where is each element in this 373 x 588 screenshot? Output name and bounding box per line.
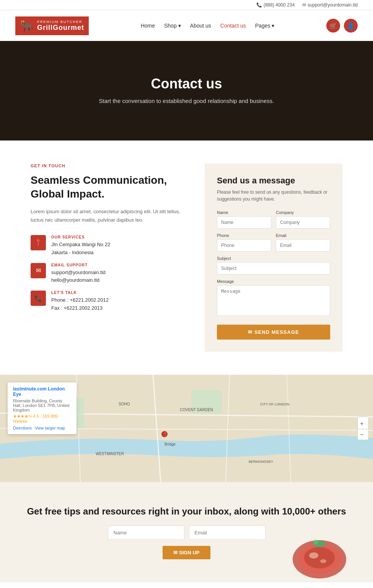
mail-icon: ✉ [31,263,46,278]
map-popup: lastminute.com London Eye Riverside Buil… [8,382,77,434]
logo-icon: 🐂 [20,20,33,32]
header: 🐂 PREMIUM BUTCHER GrillGourmet Home Shop… [0,10,373,41]
location-icon: 📍 [31,235,46,250]
email-label: Email [276,233,330,238]
svg-text:SOHO: SOHO [119,402,130,406]
nav-contact[interactable]: Contact us [220,23,246,29]
phone-input[interactable] [217,239,271,252]
message-input[interactable] [217,285,330,316]
newsletter-title: Get free tips and resources right in you… [15,505,358,518]
svg-text:+: + [360,420,363,427]
map-popup-rating: ★★★★½ 4.5 · 169,999 reviews [13,414,71,423]
phone-label: Phone [217,233,271,238]
hero-subtitle: Start the conversation to established go… [99,96,274,106]
svg-text:CITY OF LONDON: CITY OF LONDON [260,402,289,406]
contact-heading: Seamless Communication, Global Impact. [31,173,189,201]
map-section: MAYFAIR SOHO COVENT GARDEN CITY OF LONDO… [0,375,373,482]
name-input[interactable] [217,216,271,229]
company-label: Company [276,210,330,215]
svg-text:WESTMINSTER: WESTMINSTER [96,452,124,456]
svg-text:Bridge: Bridge [165,442,176,446]
contact-section: GET IN TOUCH Seamless Communication, Glo… [0,140,373,375]
svg-point-25 [309,552,318,559]
user-button[interactable]: 👤 [344,19,358,33]
nav-home[interactable]: Home [141,23,155,29]
subject-input[interactable] [217,262,330,274]
phone-icon: 📞 [256,2,262,8]
email-group: Email [276,233,330,252]
email-icon: ✉ [302,2,306,8]
nav-about[interactable]: About us [190,23,211,29]
name-label: Name [217,210,271,215]
main-nav: Home Shop ▾ About us Contact us Pages ▾ [141,23,275,29]
subject-label: Subject [217,256,330,261]
contact-card-phone-text: LET'S TALK Phone : +6221.2002.2012 Fax :… [51,291,109,312]
svg-point-26 [320,559,326,563]
form-row-phone-email: Phone Email [217,233,330,252]
top-email: ✉ support@yourdomain.tld [302,2,358,8]
top-phone: 📞 (888) 4000 234 [256,2,295,8]
newsletter-section: Get free tips and resources right in you… [0,482,373,582]
hero-title: Contact us [151,76,222,92]
form-desc: Please feel free to send us any question… [217,189,330,203]
phone-group: Phone [217,233,271,252]
contact-card-address: 📍 OUR SERVICES Jln Cempaka Wangi No 22 J… [31,235,189,257]
view-larger-map-link[interactable]: View larger map [35,426,65,430]
contact-card-address-text: OUR SERVICES Jln Cempaka Wangi No 22 Jak… [51,235,110,257]
signup-button[interactable]: ✉ SIGN UP [163,546,210,559]
svg-point-29 [321,541,325,545]
contact-form: Send us a message Please feel free to se… [205,163,342,352]
hero-section: Contact us Start the conversation to est… [0,41,373,140]
email-input[interactable] [276,239,330,252]
message-group: Message [217,279,330,317]
subject-group: Subject [217,256,330,274]
message-label: Message [217,279,330,284]
section-label: GET IN TOUCH [31,163,189,168]
nav-shop[interactable]: Shop ▾ [164,23,181,29]
nav-icons: 🛒 👤 [326,19,358,33]
directions-link[interactable]: Directions [13,426,32,430]
company-group: Company [276,210,330,229]
form-row-name-company: Name Company [217,210,330,229]
map-popup-title: lastminute.com London Eye [13,386,71,397]
svg-text:BERMONDSEY: BERMONDSEY [249,460,273,464]
logo-text: PREMIUM BUTCHER GrillGourmet [37,20,84,32]
cart-button[interactable]: 🛒 [326,19,340,33]
logo[interactable]: 🐂 PREMIUM BUTCHER GrillGourmet [15,16,89,35]
company-input[interactable] [276,216,330,229]
newsletter-name-input[interactable] [108,526,184,540]
nav-pages[interactable]: Pages ▾ [255,23,275,29]
footer: 🐂 GrillGourmet PREMIUM BUTCHER Popular P… [0,582,373,588]
top-bar: 📞 (888) 4000 234 ✉ support@yourdomain.tl… [0,0,373,10]
phone-icon: 📞 [31,291,46,306]
contact-card-email: ✉ EMAIL SUPPORT support@yourdomain.tld h… [31,263,189,285]
svg-point-28 [313,540,318,544]
contact-card-phone: 📞 LET'S TALK Phone : +6221.2002.2012 Fax… [31,291,189,312]
svg-point-24 [304,547,335,568]
send-message-button[interactable]: ✉ SEND MESSAGE [217,325,330,340]
svg-text:−: − [360,431,363,438]
contact-desc: Lorem ipsum dolor sit amet, consectetur … [31,207,189,224]
contact-left: GET IN TOUCH Seamless Communication, Glo… [31,163,189,318]
map-popup-address: Riverside Building, County Hall, London … [13,399,71,412]
svg-text:COVENT GARDEN: COVENT GARDEN [180,408,213,412]
name-group: Name [217,210,271,229]
form-title: Send us a message [217,176,330,186]
newsletter-email-input[interactable] [189,526,265,540]
svg-text:📍: 📍 [163,432,168,437]
contact-card-email-text: EMAIL SUPPORT support@yourdomain.tld hel… [51,263,106,285]
